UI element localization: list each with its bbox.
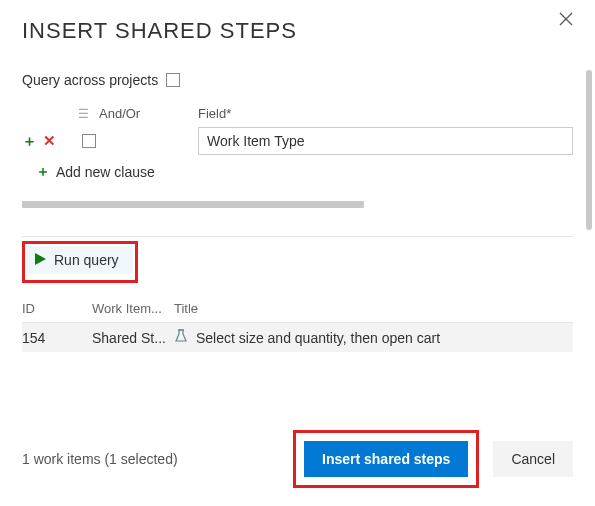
dialog-footer: 1 work items (1 selected) Insert shared … [22,430,573,488]
list-icon: ☰ [78,107,89,121]
col-id-header[interactable]: ID [22,301,92,316]
dialog-title: INSERT SHARED STEPS [22,18,573,44]
field-header-label: Field* [198,106,573,121]
query-across-projects-checkbox[interactable] [166,73,180,87]
run-query-label: Run query [54,252,119,268]
query-across-projects-label: Query across projects [22,72,158,88]
cell-workitem: Shared St... [92,330,174,346]
clause-row: ＋ ✕ [22,127,573,155]
cancel-button[interactable]: Cancel [493,441,573,477]
shared-steps-icon [174,329,188,346]
table-row[interactable]: 154 Shared St... Select size and quantit… [22,323,573,352]
status-text: 1 work items (1 selected) [22,451,293,467]
andor-checkbox[interactable] [82,134,96,148]
col-title-header[interactable]: Title [174,301,573,316]
cell-title: Select size and quantity, then open cart [196,330,440,346]
add-clause-icon[interactable]: ＋ [22,132,37,151]
add-new-clause-label: Add new clause [56,164,155,180]
vertical-scrollbar[interactable] [586,70,592,230]
andor-header-label: And/Or [99,106,140,121]
field-input[interactable] [198,127,573,155]
dialog: INSERT SHARED STEPS Query across project… [0,0,595,506]
insert-shared-steps-button[interactable]: Insert shared steps [304,441,468,477]
clause-header: ☰ And/Or Field* [22,106,573,121]
divider [22,236,573,237]
col-workitem-header[interactable]: Work Item... [92,301,174,316]
add-new-clause-button[interactable]: ＋ Add new clause [36,163,573,181]
horizontal-scrollbar[interactable] [22,201,364,208]
query-across-projects-row: Query across projects [22,72,573,88]
run-query-highlight: Run query [22,241,138,283]
insert-button-highlight: Insert shared steps [293,430,479,488]
results-table-header: ID Work Item... Title [22,301,573,323]
play-icon [35,252,46,268]
plus-icon: ＋ [36,163,50,181]
svg-marker-2 [35,253,46,265]
cell-id: 154 [22,330,92,346]
run-query-button[interactable]: Run query [27,246,133,274]
delete-clause-icon[interactable]: ✕ [43,132,56,150]
close-icon[interactable] [559,12,577,30]
